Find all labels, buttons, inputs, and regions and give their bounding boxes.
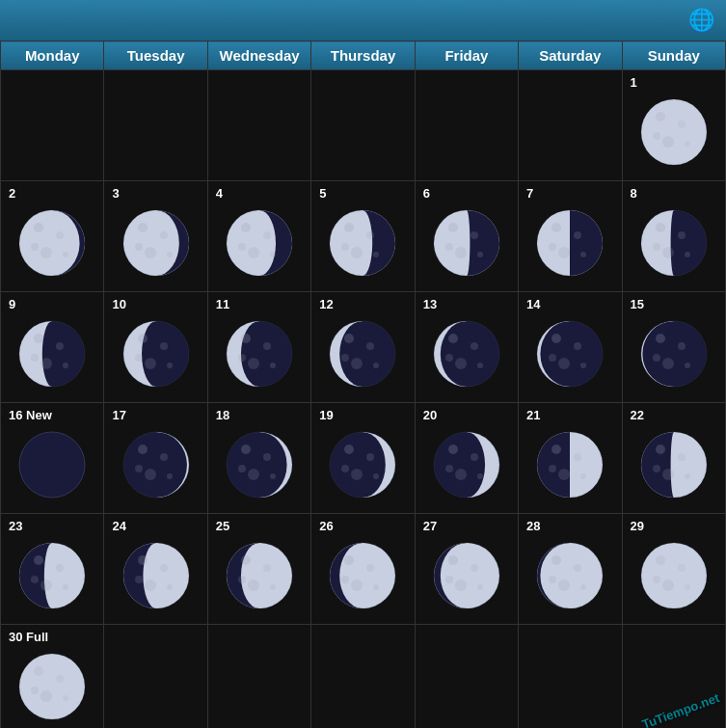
moon-phase — [3, 537, 101, 614]
day-number: 9 — [3, 296, 101, 313]
day-number: 8 — [625, 185, 723, 202]
svg-point-25 — [167, 252, 173, 257]
svg-point-166 — [241, 445, 251, 454]
day-cell: 13 — [415, 292, 518, 403]
svg-point-65 — [580, 252, 586, 257]
svg-point-135 — [580, 363, 586, 368]
svg-point-72 — [656, 223, 665, 232]
day-cell: 8 — [622, 181, 725, 292]
svg-point-237 — [263, 564, 271, 572]
day-cell: 19 — [311, 403, 415, 514]
svg-point-143 — [678, 342, 686, 350]
svg-point-187 — [471, 453, 478, 461]
moon-phase — [417, 537, 516, 614]
moon-phase — [3, 204, 101, 282]
globe-icon: 🌐 — [688, 8, 714, 33]
svg-point-74 — [662, 247, 674, 258]
col-thursday: Thursday — [311, 41, 415, 70]
day-number: 15 — [625, 296, 723, 313]
svg-point-283 — [56, 675, 64, 683]
svg-point-268 — [558, 580, 570, 591]
svg-point-6 — [653, 132, 660, 140]
svg-point-230 — [135, 576, 143, 583]
svg-point-158 — [145, 469, 156, 480]
svg-point-53 — [471, 231, 478, 239]
svg-point-102 — [241, 334, 251, 343]
day-number: 21 — [521, 407, 619, 424]
day-number: 4 — [210, 185, 309, 202]
svg-point-56 — [445, 243, 453, 251]
moon-phase — [210, 204, 309, 282]
day-number: 25 — [210, 518, 309, 535]
svg-point-116 — [341, 354, 349, 362]
day-number: 18 — [210, 407, 309, 424]
svg-point-155 — [125, 432, 187, 498]
svg-point-103 — [263, 342, 271, 350]
svg-point-165 — [231, 432, 286, 498]
moon-phase — [521, 426, 619, 503]
moon-phase — [106, 315, 204, 392]
col-wednesday: Wednesday — [207, 41, 310, 70]
day-cell: 23 — [1, 514, 104, 625]
svg-point-257 — [471, 564, 478, 572]
svg-point-45 — [373, 252, 379, 257]
svg-point-179 — [373, 473, 379, 479]
day-number: 23 — [3, 518, 101, 535]
day-cell: 30 Full — [1, 625, 104, 729]
calendar-week-2: 2345678 — [1, 181, 726, 292]
svg-point-185 — [448, 432, 485, 498]
svg-point-82 — [34, 334, 43, 343]
day-cell: 29 — [622, 514, 725, 625]
svg-point-208 — [662, 469, 674, 480]
moon-phase — [625, 537, 723, 614]
moon-phase — [313, 537, 412, 614]
day-cell: 3 — [104, 181, 207, 292]
svg-point-44 — [351, 247, 363, 258]
day-cell — [622, 625, 725, 729]
moon-phase — [3, 315, 101, 392]
svg-point-228 — [145, 580, 156, 591]
moon-phase — [417, 204, 516, 282]
svg-point-229 — [167, 584, 173, 590]
day-number: 12 — [313, 296, 412, 313]
day-number: 17 — [106, 407, 204, 424]
header: 🌐 — [0, 0, 726, 40]
day-number: 5 — [313, 185, 412, 202]
day-number: 13 — [417, 296, 516, 313]
day-number: 11 — [210, 296, 309, 313]
svg-point-11 — [25, 210, 80, 276]
svg-point-282 — [34, 666, 43, 676]
svg-rect-50 — [467, 210, 501, 276]
svg-point-168 — [248, 469, 259, 480]
day-cell — [311, 625, 415, 729]
moon-phase — [210, 426, 309, 503]
svg-point-235 — [241, 543, 278, 608]
svg-point-209 — [685, 473, 690, 479]
svg-point-219 — [63, 584, 68, 590]
svg-point-136 — [549, 354, 556, 362]
calendar-week-4: 16 New 171819202122 — [1, 403, 726, 514]
svg-point-35 — [270, 252, 276, 257]
svg-point-22 — [138, 223, 148, 232]
svg-point-175 — [340, 432, 387, 498]
svg-point-256 — [448, 555, 458, 565]
lunar-calendar: Monday Tuesday Wednesday Thursday Friday… — [0, 40, 726, 728]
svg-point-249 — [373, 584, 379, 590]
svg-point-23 — [160, 231, 168, 239]
svg-point-26 — [135, 243, 143, 251]
calendar-week-1: 1 — [1, 70, 726, 181]
day-cell: 14 — [519, 292, 622, 403]
day-number: 7 — [521, 185, 619, 202]
svg-point-216 — [34, 555, 43, 565]
svg-point-114 — [351, 358, 363, 369]
moon-phase — [625, 426, 723, 503]
svg-point-141 — [642, 321, 705, 387]
day-cell: 6 — [415, 181, 518, 292]
svg-point-32 — [241, 223, 251, 232]
moon-phase — [313, 426, 412, 503]
day-cell: 16 New — [1, 403, 104, 514]
svg-point-177 — [366, 453, 374, 461]
day-cell: 27 — [415, 514, 518, 625]
header-right: 🌐 — [681, 8, 714, 33]
moon-phase — [417, 315, 516, 392]
